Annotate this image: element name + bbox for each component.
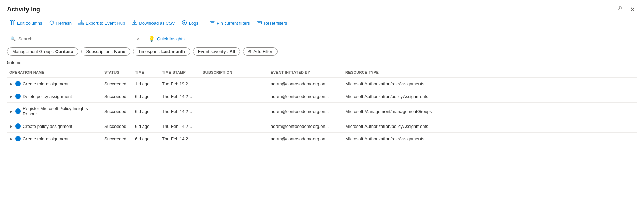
table-row[interactable]: ▶ i Create policy assignment Succeeded 6… <box>7 120 637 133</box>
cell-time: 6 d ago <box>133 133 160 145</box>
logs-button[interactable]: Logs <box>179 19 201 28</box>
info-icon: i <box>15 94 21 99</box>
cell-timestamp: Thu Feb 14 2... <box>160 90 201 103</box>
filter-subscription[interactable]: Subscription : None <box>81 47 130 56</box>
cell-operation: ▶ i Create policy assignment <box>7 120 102 133</box>
cell-resource-type: Microsoft.Authorization/roleAssignments <box>343 78 637 90</box>
toolbar: Edit columns Refresh Export to Event Hub <box>0 17 644 31</box>
col-header-operation: OPERATION NAME <box>7 68 102 78</box>
svg-point-9 <box>184 22 185 23</box>
row-expand-button[interactable]: ▶ <box>9 94 13 99</box>
cell-operation: ▶ i Create role assignment <box>7 133 102 145</box>
search-box-container: 🔍 ✕ <box>7 35 143 43</box>
table-row[interactable]: ▶ i Create role assignment Succeeded 6 d… <box>7 133 637 145</box>
search-bar: 🔍 ✕ 💡 Quick Insights <box>0 31 644 46</box>
reset-filters-icon <box>257 20 262 27</box>
page-title: Activity log <box>7 6 40 13</box>
logs-label: Logs <box>189 21 198 26</box>
cell-resource-type: Microsoft.Authorization/roleAssignments <box>343 133 637 145</box>
pin-filters-icon <box>210 20 215 27</box>
pin-filters-button[interactable]: Pin current filters <box>207 19 253 28</box>
cell-subscription <box>201 133 269 145</box>
col-header-status: STATUS <box>102 68 133 78</box>
add-filter-button[interactable]: ⊕ Add Filter <box>243 47 278 56</box>
cell-operation: ▶ i Create role assignment <box>7 78 102 90</box>
items-count: 5 items. <box>0 58 644 68</box>
row-expand-button[interactable]: ▶ <box>9 109 13 114</box>
filter-event-severity-key: Event severity : <box>198 49 228 54</box>
pin-filters-label: Pin current filters <box>217 21 250 26</box>
cell-time: 6 d ago <box>133 90 160 103</box>
table-row[interactable]: ▶ i Delete policy assignment Succeeded 6… <box>7 90 637 103</box>
cell-initiated-by: adam@contosodemoorg.on... <box>269 120 343 133</box>
info-icon: i <box>15 81 21 86</box>
download-csv-button[interactable]: Download as CSV <box>129 19 178 28</box>
add-filter-icon: ⊕ <box>248 49 252 54</box>
row-expand-button[interactable]: ▶ <box>9 136 13 141</box>
svg-rect-2 <box>14 21 15 25</box>
quick-insights-button[interactable]: 💡 Quick Insights <box>148 36 185 42</box>
toolbar-divider <box>204 19 204 28</box>
filter-event-severity-value: All <box>230 49 235 54</box>
reset-filters-label: Reset filters <box>264 21 287 26</box>
refresh-button[interactable]: Refresh <box>46 19 74 28</box>
info-icon: i <box>15 136 21 141</box>
svg-rect-1 <box>12 21 13 25</box>
cell-initiated-by: adam@contosodemoorg.on... <box>269 133 343 145</box>
filter-event-severity[interactable]: Event severity : All <box>193 47 240 56</box>
cell-timestamp: Thu Feb 14 2... <box>160 103 201 120</box>
download-icon <box>132 20 137 27</box>
cell-timestamp: Thu Feb 14 2... <box>160 120 201 133</box>
filter-timespan[interactable]: Timespan : Last month <box>133 47 190 56</box>
clear-search-button[interactable]: ✕ <box>137 37 140 41</box>
col-header-timestamp: TIME STAMP <box>160 68 201 78</box>
add-filter-label: Add Filter <box>253 49 272 54</box>
table-row[interactable]: ▶ i Create role assignment Succeeded 1 d… <box>7 78 637 90</box>
export-icon <box>78 20 84 27</box>
table-container: OPERATION NAME STATUS TIME TIME STAMP SU… <box>0 68 644 145</box>
edit-columns-button[interactable]: Edit columns <box>7 19 45 28</box>
quick-insights-icon: 💡 <box>148 36 155 42</box>
operation-name: Create role assignment <box>23 81 68 86</box>
cell-subscription <box>201 90 269 103</box>
cell-status: Succeeded <box>102 103 133 120</box>
cell-operation: ▶ i Delete policy assignment <box>7 90 102 103</box>
cell-operation: ▶ i Register Microsoft Policy Insights R… <box>7 103 102 120</box>
col-header-resource-type: RESOURCE TYPE <box>343 68 637 78</box>
table-body: ▶ i Create role assignment Succeeded 1 d… <box>7 78 637 145</box>
table-header-row: OPERATION NAME STATUS TIME TIME STAMP SU… <box>7 68 637 78</box>
operation-name: Create policy assignment <box>23 124 72 129</box>
edit-columns-icon <box>10 20 15 26</box>
table-row[interactable]: ▶ i Register Microsoft Policy Insights R… <box>7 103 637 120</box>
quick-insights-label: Quick Insights <box>157 36 185 41</box>
cell-time: 6 d ago <box>133 103 160 120</box>
activity-log-window: Activity log ✕ Edit columns <box>0 0 644 219</box>
cell-subscription <box>201 78 269 90</box>
cell-initiated-by: adam@contosodemoorg.on... <box>269 78 343 90</box>
operation-name: Delete policy assignment <box>23 94 72 99</box>
reset-filters-button[interactable]: Reset filters <box>254 19 290 28</box>
filter-timespan-key: Timespan : <box>138 49 160 54</box>
activity-table: OPERATION NAME STATUS TIME TIME STAMP SU… <box>7 68 637 145</box>
cell-timestamp: Thu Feb 14 2... <box>160 133 201 145</box>
pin-window-button[interactable] <box>615 5 624 13</box>
col-header-subscription: SUBSCRIPTION <box>201 68 269 78</box>
svg-rect-0 <box>10 21 12 25</box>
filter-management-group[interactable]: Management Group : Contoso <box>7 47 78 56</box>
download-csv-label: Download as CSV <box>139 21 175 26</box>
export-event-hub-button[interactable]: Export to Event Hub <box>76 19 128 28</box>
title-actions: ✕ <box>615 5 637 13</box>
cell-timestamp: Tue Feb 19 2... <box>160 78 201 90</box>
row-expand-button[interactable]: ▶ <box>9 124 13 129</box>
close-window-button[interactable]: ✕ <box>628 5 637 13</box>
search-input[interactable] <box>18 36 134 41</box>
title-bar: Activity log ✕ <box>0 0 644 17</box>
cell-time: 6 d ago <box>133 120 160 133</box>
cell-status: Succeeded <box>102 133 133 145</box>
cell-status: Succeeded <box>102 90 133 103</box>
filter-subscription-value: None <box>114 49 125 54</box>
row-expand-button[interactable]: ▶ <box>9 81 13 86</box>
cell-subscription <box>201 103 269 120</box>
cell-resource-type: Microsoft.Authorization/policyAssignment… <box>343 90 637 103</box>
col-header-time: TIME <box>133 68 160 78</box>
